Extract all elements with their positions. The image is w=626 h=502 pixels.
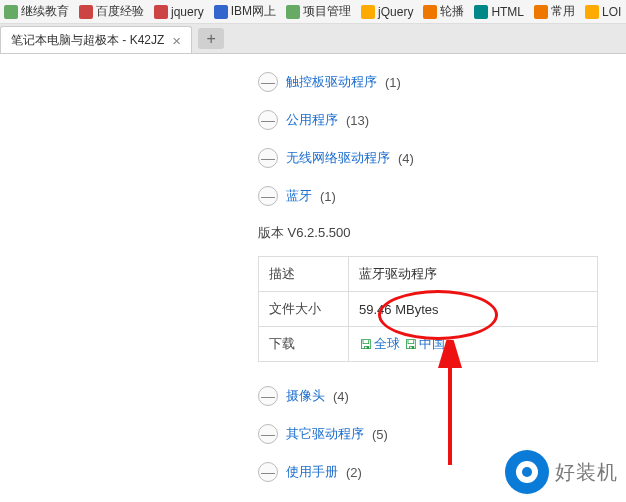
bookmark-item[interactable]: 常用 (534, 3, 575, 20)
bookmark-label: jquery (171, 5, 204, 19)
watermark-text: 好装机 (555, 459, 618, 486)
collapse-icon[interactable]: — (258, 386, 278, 406)
download-china-label: 中国 (419, 335, 445, 353)
bookmark-item[interactable]: 百度经验 (79, 3, 144, 20)
category-count: (5) (372, 427, 388, 442)
bookmark-item[interactable]: jquery (154, 5, 204, 19)
size-label: 文件大小 (259, 292, 349, 327)
bookmark-favicon-icon (423, 5, 437, 19)
category-item: —其它驱动程序(5) (258, 424, 626, 444)
download-china-link[interactable]: 🖫 中国 (404, 335, 445, 353)
category-count: (4) (333, 389, 349, 404)
bookmarks-bar: 继续教育百度经验jqueryIBM网上项目管理jQuery轮播HTML常用LOI (0, 0, 626, 24)
category-count: (13) (346, 113, 369, 128)
bookmark-label: 百度经验 (96, 3, 144, 20)
bookmark-item[interactable]: HTML (474, 5, 524, 19)
save-icon: 🖫 (404, 337, 417, 352)
desc-value: 蓝牙驱动程序 (349, 257, 598, 292)
category-link[interactable]: 使用手册 (286, 463, 338, 481)
category-link[interactable]: 蓝牙 (286, 187, 312, 205)
bookmark-favicon-icon (4, 5, 18, 19)
bookmark-label: jQuery (378, 5, 413, 19)
close-icon[interactable]: × (172, 32, 181, 49)
bookmark-favicon-icon (214, 5, 228, 19)
category-link[interactable]: 其它驱动程序 (286, 425, 364, 443)
tab-title: 笔记本电脑与超极本 - K42JZ (11, 32, 164, 49)
bookmark-item[interactable]: jQuery (361, 5, 413, 19)
bookmark-label: HTML (491, 5, 524, 19)
collapse-icon[interactable]: — (258, 72, 278, 92)
bookmark-item[interactable]: LOI (585, 5, 621, 19)
watermark: 好装机 (505, 450, 618, 494)
bookmark-label: 项目管理 (303, 3, 351, 20)
bookmark-favicon-icon (286, 5, 300, 19)
page-content: —触控板驱动程序(1)—公用程序(13)—无线网络驱动程序(4)—蓝牙(1) 版… (0, 54, 626, 482)
download-cell: 🖫 全球 🖫 中国 (349, 327, 598, 362)
desc-label: 描述 (259, 257, 349, 292)
save-icon: 🖫 (359, 337, 372, 352)
bookmark-favicon-icon (154, 5, 168, 19)
bookmark-favicon-icon (585, 5, 599, 19)
category-count: (2) (346, 465, 362, 480)
category-item: —公用程序(13) (258, 110, 626, 130)
collapse-icon[interactable]: — (258, 186, 278, 206)
category-count: (1) (320, 189, 336, 204)
category-item: —摄像头(4) (258, 386, 626, 406)
bookmark-label: 继续教育 (21, 3, 69, 20)
bookmark-favicon-icon (534, 5, 548, 19)
bookmark-favicon-icon (474, 5, 488, 19)
new-tab-button[interactable]: + (198, 28, 224, 49)
tab-strip: 笔记本电脑与超极本 - K42JZ × + (0, 24, 626, 54)
category-item: —蓝牙(1) (258, 186, 626, 206)
category-link[interactable]: 触控板驱动程序 (286, 73, 377, 91)
watermark-logo-icon (505, 450, 549, 494)
size-value: 59.46 MBytes (349, 292, 598, 327)
collapse-icon[interactable]: — (258, 148, 278, 168)
version-text: 版本 V6.2.5.500 (258, 224, 626, 242)
category-link[interactable]: 公用程序 (286, 111, 338, 129)
bookmark-item[interactable]: 继续教育 (4, 3, 69, 20)
category-item: —无线网络驱动程序(4) (258, 148, 626, 168)
bookmark-label: IBM网上 (231, 3, 276, 20)
category-item: —触控板驱动程序(1) (258, 72, 626, 92)
collapse-icon[interactable]: — (258, 110, 278, 130)
category-count: (4) (398, 151, 414, 166)
bookmark-label: 常用 (551, 3, 575, 20)
bookmark-item[interactable]: 轮播 (423, 3, 464, 20)
detail-table: 描述 蓝牙驱动程序 文件大小 59.46 MBytes 下载 🖫 全球 🖫 中国 (258, 256, 598, 362)
bookmark-label: LOI (602, 5, 621, 19)
download-global-label: 全球 (374, 335, 400, 353)
download-label: 下载 (259, 327, 349, 362)
browser-tab[interactable]: 笔记本电脑与超极本 - K42JZ × (0, 26, 192, 53)
bookmark-favicon-icon (361, 5, 375, 19)
collapse-icon[interactable]: — (258, 462, 278, 482)
bookmark-item[interactable]: IBM网上 (214, 3, 276, 20)
bookmark-item[interactable]: 项目管理 (286, 3, 351, 20)
category-link[interactable]: 无线网络驱动程序 (286, 149, 390, 167)
category-link[interactable]: 摄像头 (286, 387, 325, 405)
category-count: (1) (385, 75, 401, 90)
download-global-link[interactable]: 🖫 全球 (359, 335, 400, 353)
bookmark-favicon-icon (79, 5, 93, 19)
bookmark-label: 轮播 (440, 3, 464, 20)
collapse-icon[interactable]: — (258, 424, 278, 444)
